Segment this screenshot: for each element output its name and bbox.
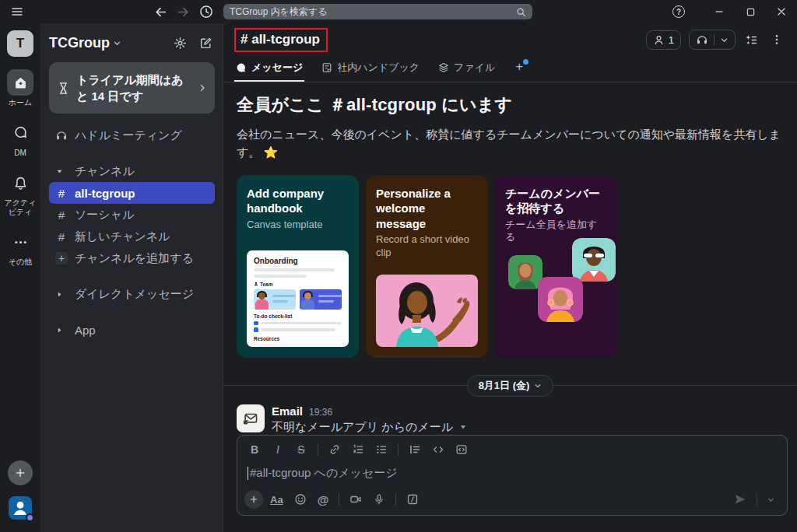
channel-content: 全員がここ ＃all-tcgroup にいます 会社のニュース、今後のイベント、… xyxy=(223,82,797,532)
workspace-rail: T ホーム DM アクティビティ その他 xyxy=(0,23,40,532)
channel-item-new-channel[interactable]: # 新しいチャンネル xyxy=(49,226,215,247)
toolbar-divider xyxy=(339,493,339,506)
member-count-button[interactable]: 1 xyxy=(646,30,681,50)
audio-clip-button[interactable] xyxy=(369,491,389,508)
welcome-description-text: 会社のニュース、今後のイベント、称賛に値するチームメンバーについての通知や最新情… xyxy=(237,128,781,159)
card-invite-members[interactable]: チームのメンバーを招待する チーム全員を追加する xyxy=(495,175,617,358)
send-button[interactable] xyxy=(729,492,752,506)
close-button[interactable] xyxy=(766,0,797,23)
ordered-list-button[interactable] xyxy=(348,441,368,458)
dm-section-label: ダイレクトメッセージ xyxy=(75,287,194,302)
channel-title[interactable]: # all-tcgroup xyxy=(241,32,320,47)
tab-add-button[interactable]: + xyxy=(512,58,526,82)
huddle-button[interactable] xyxy=(689,30,736,50)
channel-item-social[interactable]: # ソーシャル xyxy=(49,204,215,226)
minimize-button[interactable] xyxy=(704,0,735,23)
rail-item-home[interactable]: ホーム xyxy=(2,69,39,107)
history-back-button[interactable] xyxy=(153,4,169,20)
tab-label: ファイル xyxy=(454,61,495,75)
search-input[interactable]: TCGroup 内を検索する xyxy=(223,4,532,19)
user-avatar[interactable] xyxy=(9,496,32,520)
video-clip-button[interactable] xyxy=(346,491,366,508)
attach-plus-button[interactable] xyxy=(244,490,263,509)
chevron-down-icon xyxy=(113,39,121,47)
date-pill-button[interactable]: 8月1日 (金) xyxy=(467,375,554,397)
dm-icon xyxy=(7,120,33,146)
formatting-toolbar: B I S xyxy=(244,441,780,458)
shortcuts-slash-button[interactable] xyxy=(402,491,423,508)
channels-section-label: チャンネル xyxy=(75,164,135,179)
create-new-button[interactable] xyxy=(8,460,33,485)
star-emoji: ⭐ xyxy=(264,145,279,159)
code-block-button[interactable] xyxy=(451,441,472,458)
message-input[interactable]: #all-tcgroup へのメッセージ xyxy=(248,466,777,481)
channel-name: ソーシャル xyxy=(75,208,134,222)
preview-checklist-row xyxy=(254,321,342,326)
status-dot xyxy=(26,513,34,522)
message-timestamp[interactable]: 19:36 xyxy=(309,407,332,418)
formatting-toggle-button[interactable]: Aa xyxy=(266,494,287,506)
italic-button[interactable]: I xyxy=(268,441,288,458)
collapse-triangle-icon[interactable] xyxy=(459,423,467,431)
card-subtitle: Record a short video clip xyxy=(376,233,478,260)
caret-right-icon xyxy=(55,290,68,299)
strikethrough-button[interactable]: S xyxy=(291,441,311,458)
rail-item-dm[interactable]: DM xyxy=(2,120,39,158)
card-welcome-video[interactable]: Personalize a welcome message Record a s… xyxy=(366,175,488,358)
message-sender[interactable]: Email xyxy=(272,404,303,418)
trial-banner[interactable]: トライアル期間はあと 14 日です xyxy=(49,62,215,114)
settings-gear-icon[interactable] xyxy=(171,34,189,52)
channel-canvas-icon[interactable] xyxy=(742,30,761,50)
rail-item-activity[interactable]: アクティビティ xyxy=(2,170,39,216)
maximize-button[interactable] xyxy=(735,0,766,23)
more-dots-icon xyxy=(7,229,33,255)
blockquote-button[interactable] xyxy=(405,441,425,458)
bullet-list-button[interactable] xyxy=(371,441,391,458)
tab-handbook[interactable]: 社内ハンドブック xyxy=(320,56,421,82)
channels-section-header[interactable]: チャンネル xyxy=(49,160,215,182)
preview-member-tile xyxy=(300,289,342,310)
hamburger-menu-icon[interactable] xyxy=(8,2,26,21)
tab-messages[interactable]: メッセージ xyxy=(234,56,304,82)
tab-files[interactable]: ファイル xyxy=(437,56,497,82)
huddle-meeting-item[interactable]: ハドルミーティング xyxy=(49,124,215,146)
code-button[interactable] xyxy=(428,441,448,458)
waving-woman-illustration xyxy=(376,275,478,347)
message-row[interactable]: Email 19:36 不明なメールアプリ からのメール xyxy=(237,404,784,435)
text-caret xyxy=(248,467,248,480)
emoji-button[interactable] xyxy=(290,491,311,508)
preview-checklist-row xyxy=(254,327,342,332)
email-app-avatar[interactable] xyxy=(237,404,265,432)
welcome-heading: 全員がここ ＃all-tcgroup にいます xyxy=(237,93,784,117)
trial-banner-text: トライアル期間はあと 14 日です xyxy=(76,72,191,104)
avatar-pink xyxy=(538,277,583,322)
canvas-preview: Onboarding Team xyxy=(247,250,349,347)
message-text: 不明なメールアプリ からのメール xyxy=(272,420,453,435)
new-message-compose-icon[interactable] xyxy=(197,34,215,52)
rail-item-more[interactable]: その他 xyxy=(2,229,39,267)
rail-more-label: その他 xyxy=(2,257,39,267)
card-subtitle: Canvas template xyxy=(247,219,349,232)
workspace-name-button[interactable]: TCGroup xyxy=(49,35,121,51)
history-clock-button[interactable] xyxy=(198,3,215,20)
member-avatars-illustration xyxy=(505,244,607,346)
bold-button[interactable]: B xyxy=(244,441,265,458)
kebab-menu-icon[interactable] xyxy=(767,30,786,49)
add-channel-button[interactable]: + チャンネルを追加する xyxy=(49,247,215,269)
mention-button[interactable]: @ xyxy=(314,493,333,506)
card-title: Personalize a welcome message xyxy=(376,186,478,232)
apps-section-header[interactable]: App xyxy=(49,319,215,341)
channel-item-all-tcgroup[interactable]: # all-tcgroup xyxy=(49,182,215,204)
date-divider: 8月1日 (金) xyxy=(223,376,797,395)
welcome-description: 会社のニュース、今後のイベント、称賛に値するチームメンバーについての通知や最新情… xyxy=(237,125,781,162)
send-options-chevron[interactable] xyxy=(762,495,780,504)
card-add-handbook[interactable]: Add company handbook Canvas template Onb… xyxy=(237,175,359,358)
link-button[interactable] xyxy=(325,441,345,458)
headphones-icon xyxy=(696,33,708,46)
workspace-switcher-button[interactable]: T xyxy=(7,30,33,57)
history-forward-button[interactable] xyxy=(175,4,191,20)
preview-todo-label: To-do check-list xyxy=(254,313,342,319)
help-icon[interactable]: ? xyxy=(672,5,685,18)
preview-team-label: Team xyxy=(254,282,342,287)
dm-section-header[interactable]: ダイレクトメッセージ xyxy=(49,283,215,305)
